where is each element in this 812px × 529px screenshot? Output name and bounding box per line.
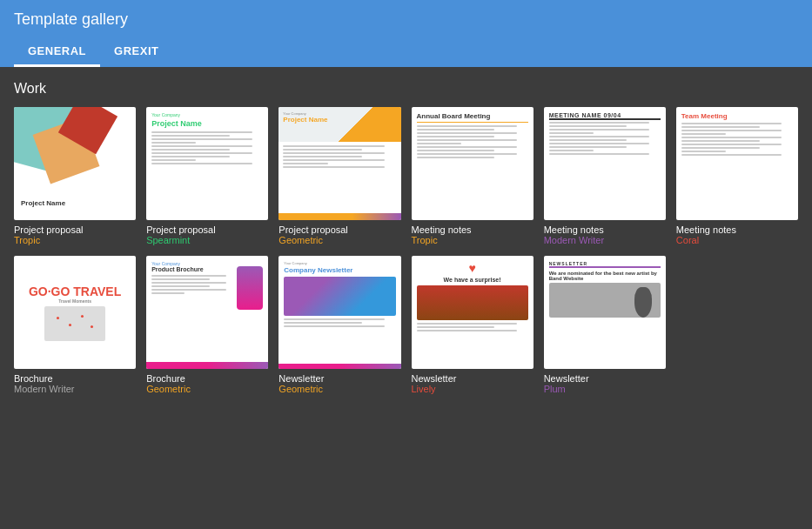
content: Work Project Name Project proposal Tropi…: [0, 67, 812, 408]
template-proj-tropic[interactable]: Project Name Project proposal Tropic: [14, 107, 136, 245]
template-brochure-geo[interactable]: Your Company Product Brochure: [146, 256, 268, 394]
header: Template gallery GENERAL GREXIT: [0, 0, 812, 67]
page-title: Template gallery: [14, 10, 798, 29]
template-brochure-mw[interactable]: GO·GO TRAVEL Travel Moments Brochure Mod…: [14, 256, 136, 394]
template-proj-spearmint[interactable]: Your Company Project Name: [146, 107, 268, 245]
template-meet-coral[interactable]: Team Meeting Meeting: [676, 107, 798, 245]
templates-grid: Project Name Project proposal Tropic You…: [14, 107, 798, 394]
template-meet-tropic[interactable]: Annual Board Meeting: [412, 107, 534, 245]
section-work: Work Project Name Project proposal Tropi…: [14, 81, 798, 394]
template-meet-modern[interactable]: MEETING NAME 09/04 M: [544, 107, 666, 245]
tab-grexit[interactable]: GREXIT: [100, 37, 172, 67]
template-proj-geometric[interactable]: Your Company Project Name: [278, 107, 400, 245]
template-newsletter-plum[interactable]: NEWSLETTER We are nominated for the best…: [544, 256, 666, 394]
template-newsletter-lively[interactable]: ♥ We have a surprise! Newsletter Lively: [412, 256, 534, 394]
tab-general[interactable]: GENERAL: [14, 37, 100, 67]
section-title: Work: [14, 81, 798, 97]
template-newsletter-geo[interactable]: Your Company Company Newsletter Newslett…: [278, 256, 400, 394]
tabs-bar: GENERAL GREXIT: [14, 37, 798, 67]
